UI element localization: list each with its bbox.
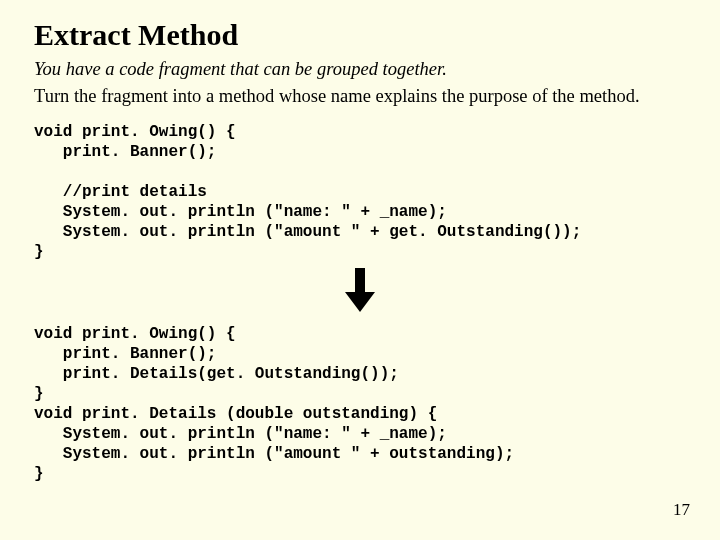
slide: Extract Method You have a code fragment … [0, 0, 720, 540]
problem-statement: You have a code fragment that can be gro… [34, 58, 686, 81]
page-number: 17 [673, 500, 690, 520]
code-before: void print. Owing() { print. Banner(); /… [34, 122, 686, 262]
arrow-down-icon [34, 268, 686, 318]
slide-title: Extract Method [34, 18, 686, 52]
svg-marker-1 [345, 292, 375, 312]
svg-rect-0 [355, 268, 365, 292]
solution-statement: Turn the fragment into a method whose na… [34, 85, 686, 108]
code-after: void print. Owing() { print. Banner(); p… [34, 324, 686, 484]
